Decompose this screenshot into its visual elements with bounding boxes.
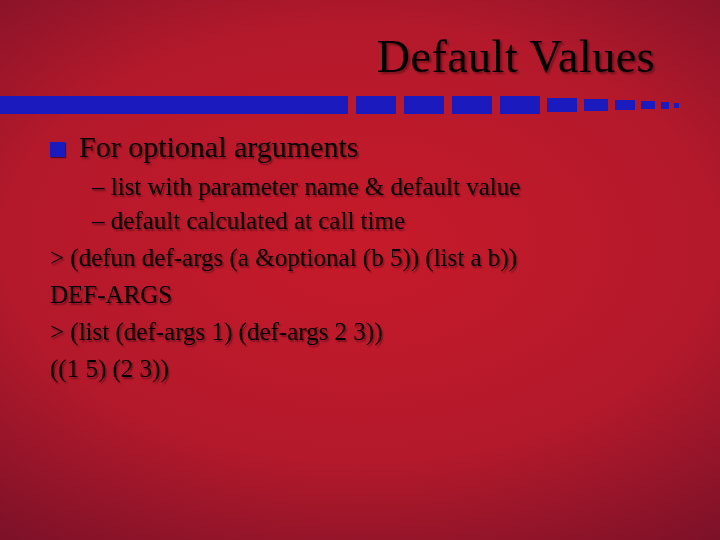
- code-line-4: ((1 5) (2 3)): [50, 351, 680, 386]
- code-line-3: > (list (def-args 1) (def-args 2 3)): [50, 314, 680, 349]
- code-line-1: > (defun def-args (a &optional (b 5)) (l…: [50, 240, 680, 275]
- slide-title: Default Values: [377, 30, 655, 83]
- code-line-2: DEF-ARGS: [50, 277, 680, 312]
- content-area: For optional arguments – list with param…: [50, 130, 680, 386]
- accent-stripe: [0, 96, 720, 114]
- bullet-text: For optional arguments: [79, 130, 358, 164]
- slide: Default Values For optional arguments – …: [0, 0, 720, 540]
- sub-bullet-2: – default calculated at call time: [92, 204, 680, 238]
- square-bullet-icon: [50, 142, 65, 157]
- bullet-item: For optional arguments: [50, 130, 680, 164]
- sub-bullet-1: – list with parameter name & default val…: [92, 170, 680, 204]
